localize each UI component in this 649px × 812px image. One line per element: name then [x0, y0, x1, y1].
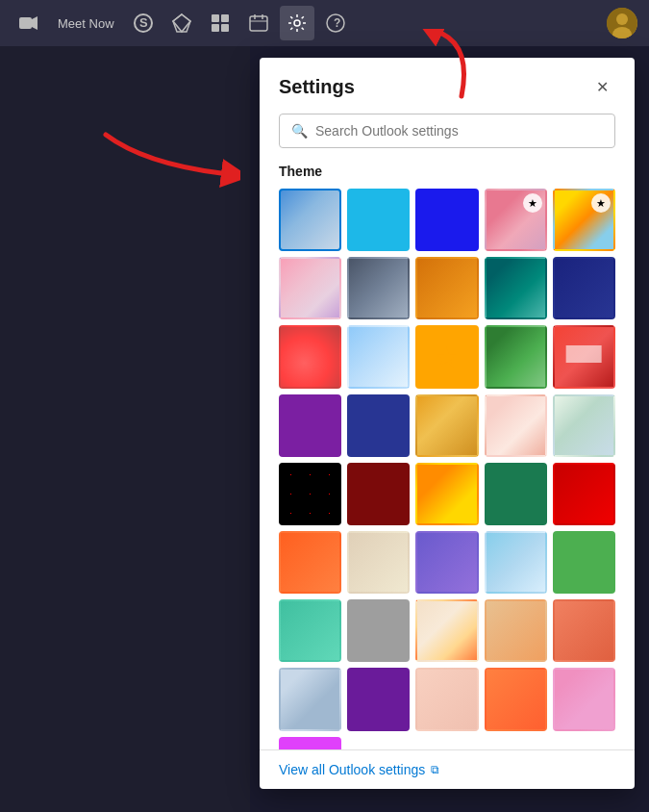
meet-now-button[interactable]: Meet Now	[50, 13, 122, 35]
theme-item-33[interactable]	[415, 599, 478, 662]
skype-icon[interactable]: S	[126, 6, 161, 40]
theme-item-16[interactable]	[279, 394, 341, 457]
theme-item-38[interactable]	[415, 668, 478, 730]
settings-footer: View all Outlook settings ⧉	[260, 749, 635, 789]
meet-now-label: Meet Now	[58, 16, 114, 31]
theme-item-10[interactable]	[553, 257, 615, 319]
svg-text:S: S	[139, 15, 148, 30]
svg-text:?: ?	[334, 16, 340, 30]
svg-point-14	[294, 20, 300, 26]
toolbar: Meet Now S	[0, 0, 649, 46]
theme-item-22[interactable]	[347, 463, 410, 525]
theme-item-28[interactable]	[415, 531, 478, 594]
theme-item-6[interactable]	[279, 257, 341, 319]
theme-item-3[interactable]	[415, 189, 478, 251]
svg-rect-0	[19, 17, 32, 29]
theme-section-label: Theme	[279, 164, 615, 179]
gear-icon[interactable]	[280, 6, 314, 40]
theme-item-27[interactable]	[347, 531, 410, 594]
theme-item-29[interactable]	[485, 531, 547, 594]
theme-item-13[interactable]: ★	[415, 325, 478, 388]
theme-item-31[interactable]	[279, 599, 341, 662]
diamond-icon[interactable]	[164, 6, 199, 40]
theme-item-25[interactable]	[553, 463, 615, 525]
theme-item-8[interactable]	[415, 257, 478, 319]
theme-item-30[interactable]	[553, 531, 615, 594]
settings-title: Settings	[279, 76, 355, 98]
theme-item-35[interactable]	[553, 599, 615, 662]
premium-badge: ★	[523, 193, 542, 213]
theme-item-14[interactable]	[485, 325, 547, 388]
search-icon: 🔍	[291, 123, 308, 139]
theme-item-21[interactable]	[279, 463, 341, 525]
grid-icon[interactable]	[203, 6, 237, 40]
theme-item-11[interactable]	[279, 325, 341, 388]
svg-point-18	[616, 13, 628, 25]
theme-item-41[interactable]	[279, 737, 341, 749]
svg-marker-4	[173, 14, 190, 32]
view-all-label: View all Outlook settings	[279, 762, 425, 777]
theme-item-23[interactable]	[415, 463, 478, 525]
theme-item-17[interactable]	[347, 394, 410, 457]
theme-item-40[interactable]	[553, 668, 615, 730]
settings-body: Theme ★★★	[260, 160, 635, 749]
theme-item-15[interactable]	[553, 325, 615, 388]
calendar-icon[interactable]	[241, 6, 276, 40]
svg-rect-6	[212, 14, 219, 22]
svg-rect-9	[221, 24, 229, 32]
svg-rect-8	[212, 24, 219, 32]
theme-item-18[interactable]	[415, 394, 478, 457]
theme-item-20[interactable]	[553, 394, 615, 457]
svg-rect-10	[250, 16, 267, 31]
view-all-link[interactable]: View all Outlook settings ⧉	[279, 762, 615, 777]
close-icon: ✕	[596, 78, 609, 96]
theme-item-39[interactable]	[485, 668, 547, 730]
theme-item-2[interactable]	[347, 189, 410, 251]
theme-item-19[interactable]	[485, 394, 547, 457]
search-container: 🔍	[260, 110, 635, 160]
theme-item-1[interactable]	[279, 189, 341, 251]
search-input[interactable]	[315, 123, 603, 139]
svg-rect-7	[221, 14, 229, 22]
sidebar	[0, 46, 250, 812]
close-button[interactable]: ✕	[588, 73, 615, 100]
theme-item-26[interactable]	[279, 531, 341, 594]
theme-item-9[interactable]	[485, 257, 547, 319]
theme-item-7[interactable]	[347, 257, 410, 319]
theme-item-32[interactable]	[347, 599, 410, 662]
theme-item-4[interactable]: ★	[485, 189, 547, 251]
premium-badge: ★	[591, 193, 611, 213]
external-link-icon: ⧉	[431, 763, 439, 776]
settings-panel: Settings ✕ 🔍 Theme ★★★ View all Outlook …	[260, 58, 635, 789]
theme-item-24[interactable]	[485, 463, 547, 525]
svg-marker-1	[32, 16, 37, 30]
theme-item-37[interactable]	[347, 668, 410, 730]
theme-item-34[interactable]	[485, 599, 547, 662]
help-icon[interactable]: ?	[318, 6, 353, 40]
theme-item-36[interactable]	[279, 668, 341, 730]
search-box: 🔍	[279, 114, 615, 148]
video-icon[interactable]	[12, 6, 46, 40]
avatar[interactable]	[607, 8, 637, 38]
theme-item-5[interactable]: ★	[553, 189, 615, 251]
theme-item-12[interactable]	[347, 325, 410, 388]
settings-header: Settings ✕	[260, 58, 635, 110]
theme-grid: ★★★	[279, 189, 615, 749]
